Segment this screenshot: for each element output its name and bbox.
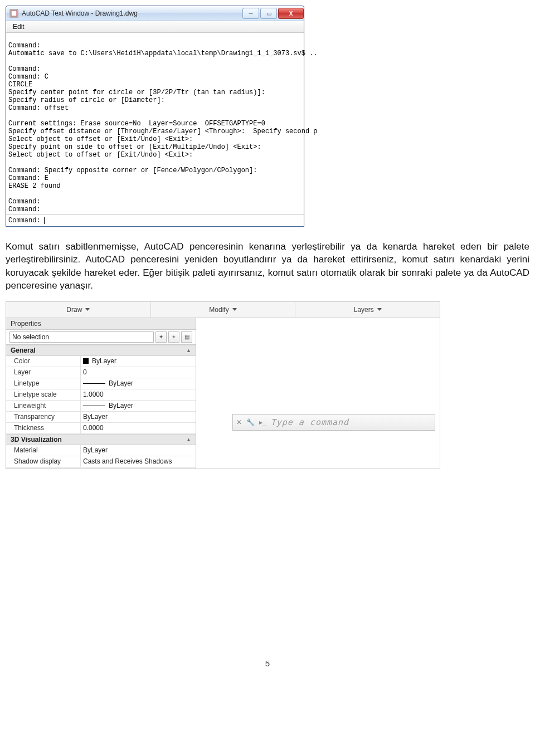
property-value[interactable]: Casts and Receives Shadows [81,456,196,467]
menubar: Edit [6,21,304,33]
property-value[interactable]: ByLayer [81,445,196,456]
text-cursor [44,217,45,224]
property-key: Layer [6,367,81,378]
console-output: Command: Automatic save to C:\Users\Heid… [6,33,304,214]
property-value[interactable]: ByLayer [81,378,196,389]
select-objects-button[interactable]: ⌖ [168,331,179,343]
section-label: General [11,347,36,354]
property-row[interactable]: Layer0 [6,367,196,378]
property-value-text: ByLayer [83,446,108,454]
property-value-text: ByLayer [109,379,133,387]
property-value[interactable]: ByLayer [81,356,196,367]
ribbon-panel-label: Modify [209,306,228,314]
ribbon: Draw Modify Layers [6,301,440,318]
property-key: Shadow display [6,456,81,467]
properties-title: Properties [6,318,196,330]
section-3d-header[interactable]: 3D Visualization ▲ [6,434,196,445]
autocad-icon [9,9,18,18]
wrench-icon[interactable]: 🔧 [246,418,255,426]
window-title: AutoCAD Text Window - Drawing1.dwg [22,9,241,17]
body-paragraph: Komut satırı sabitlenmemişse, AutoCAD pe… [6,240,529,292]
dynamic-command-prompt[interactable]: ✕ 🔧 ▸_ Type a command [232,414,435,431]
ribbon-panel-label: Layers [354,306,374,314]
toggle-pickadd-button[interactable]: ✦ [155,331,167,343]
property-row[interactable]: ColorByLayer [6,356,196,367]
prompt-icon: ▸_ [259,418,266,426]
collapse-icon: ▲ [186,437,191,442]
section-label: 3D Visualization [11,436,62,443]
close-button[interactable]: X [278,8,304,19]
selection-combo[interactable]: No selection [9,331,154,343]
properties-palette: Properties No selection ✦ ⌖ ▤ General ▲ … [6,318,196,469]
property-row[interactable]: LineweightByLayer [6,401,196,412]
chevron-down-icon [377,308,382,311]
linetype-preview-icon [83,406,105,406]
property-row[interactable]: Shadow displayCasts and Receives Shadows [6,456,196,467]
selection-row: No selection ✦ ⌖ ▤ [6,330,196,345]
property-key: Linetype scale [6,389,81,400]
property-row[interactable]: MaterialByLayer [6,445,196,456]
svg-rect-1 [11,11,17,16]
property-row[interactable]: Linetype scale1.0000 [6,389,196,401]
property-key: Transparency [6,412,81,422]
minimize-button[interactable]: ─ [242,8,259,19]
property-value-text: 0.0000 [83,424,104,432]
property-value-text: ByLayer [92,357,116,365]
selection-value: No selection [12,333,49,341]
quick-select-button[interactable]: ▤ [181,331,192,343]
section-general-header[interactable]: General ▲ [6,345,196,356]
chevron-down-icon [232,308,237,311]
property-key: Linetype [6,378,81,389]
property-value-text: Casts and Receives Shadows [83,457,172,465]
maximize-button[interactable]: ▭ [260,8,277,19]
property-value[interactable]: 0 [81,367,196,378]
property-key: Thickness [6,423,81,433]
linetype-preview-icon [83,383,105,384]
property-value-text: ByLayer [83,413,108,421]
titlebar[interactable]: AutoCAD Text Window - Drawing1.dwg ─ ▭ X [6,6,304,21]
command-prompt-label: Command: [8,217,41,225]
page-number: 5 [6,659,529,668]
command-input-bar[interactable]: Command: [6,214,304,226]
property-key: Material [6,445,81,456]
property-value[interactable]: 1.0000 [81,389,196,400]
property-key: Color [6,356,81,367]
ribbon-panel-label: Draw [66,306,82,314]
ribbon-panel-draw[interactable]: Draw [6,302,151,318]
property-row[interactable]: TransparencyByLayer [6,412,196,423]
ribbon-panel-layers[interactable]: Layers [295,302,440,318]
color-swatch-icon [83,358,89,364]
collapse-icon: ▲ [186,348,191,353]
property-value-text: ByLayer [109,402,133,409]
property-value[interactable]: ByLayer [81,412,196,422]
property-key: Lineweight [6,401,81,411]
window-buttons: ─ ▭ X [241,8,304,19]
chevron-down-icon [85,308,90,311]
property-value[interactable]: ByLayer [81,401,196,411]
close-icon[interactable]: ✕ [236,418,242,426]
menu-edit[interactable]: Edit [8,22,29,32]
autocad-text-window: AutoCAD Text Window - Drawing1.dwg ─ ▭ X… [6,6,304,227]
ribbon-panel-modify[interactable]: Modify [151,302,296,318]
command-placeholder: Type a command [271,417,349,427]
property-value-text: 0 [83,368,87,376]
property-row[interactable]: LinetypeByLayer [6,378,196,389]
property-row[interactable]: Thickness0.0000 [6,423,196,434]
property-value-text: 1.0000 [83,391,104,398]
property-value[interactable]: 0.0000 [81,423,196,433]
autocad-workspace-screenshot: Draw Modify Layers Properties No selecti… [6,301,440,469]
